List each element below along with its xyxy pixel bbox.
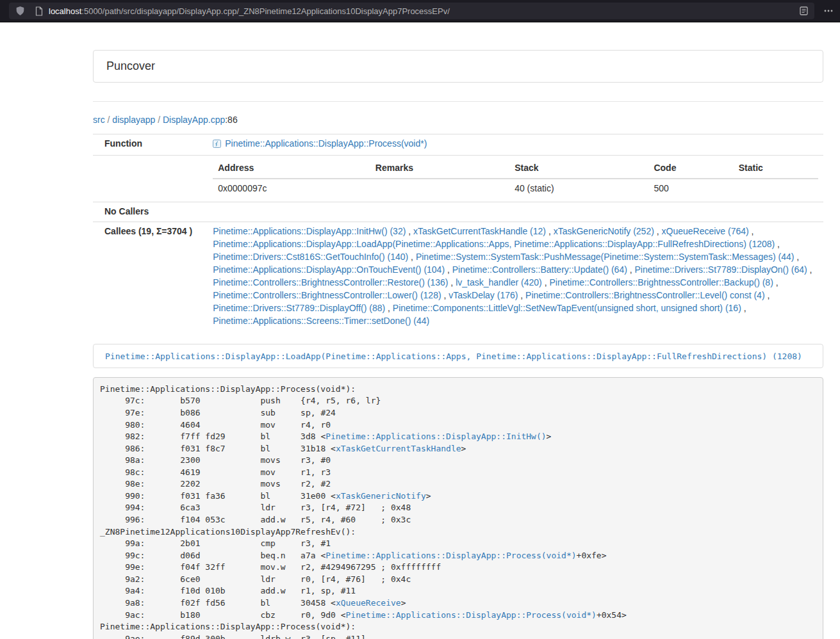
callee-link[interactable]: Pinetime::Applications::DisplayApp::Init… xyxy=(213,226,406,236)
address-value: 0x0000097c xyxy=(213,179,370,198)
disassembly-symbol-link[interactable]: xTaskGenericNotify xyxy=(336,491,426,501)
breadcrumb-separator: / xyxy=(155,115,163,125)
callee-separator: , xyxy=(807,264,812,275)
callee-link[interactable]: xTaskGenericNotify (252) xyxy=(554,226,654,236)
function-icon xyxy=(213,139,221,152)
empty-cell xyxy=(208,202,823,222)
callee-link[interactable]: xTaskGetCurrentTaskHandle (12) xyxy=(413,226,546,236)
callee-link[interactable]: Pinetime::Drivers::St7789::DisplayOff() … xyxy=(213,303,385,313)
callee-link[interactable]: Pinetime::System::SystemTask::PushMessag… xyxy=(416,252,795,262)
callee-link[interactable]: Pinetime::Controllers::BrightnessControl… xyxy=(549,277,773,287)
column-header-address: Address xyxy=(213,159,370,179)
callee-separator: , xyxy=(654,226,662,236)
code-value: 500 xyxy=(648,179,733,198)
callees-cell: Pinetime::Applications::DisplayApp::Init… xyxy=(208,222,823,330)
callee-separator: , xyxy=(775,239,780,249)
callee-link[interactable]: xQueueReceive (764) xyxy=(662,226,749,236)
disassembly-symbol-link[interactable]: xQueueReceive xyxy=(336,598,401,608)
callee-separator: , xyxy=(773,277,778,287)
stats-table: Address Remarks Stack Code Static 0x0000… xyxy=(213,159,818,198)
url-text: localhost:5000/path/src/displayapp/Displ… xyxy=(49,6,800,16)
callee-separator: , xyxy=(445,264,452,275)
column-header-static: Static xyxy=(734,159,818,179)
function-name-link[interactable]: Pinetime::Applications::DisplayApp::Proc… xyxy=(225,138,427,149)
stats-row: Address Remarks Stack Code Static 0x0000… xyxy=(93,155,823,202)
callee-link[interactable]: Pinetime::Controllers::BrightnessControl… xyxy=(213,290,441,300)
callee-link[interactable]: Pinetime::Controllers::BrightnessControl… xyxy=(525,290,764,300)
function-name-cell: Pinetime::Applications::DisplayApp::Proc… xyxy=(208,134,823,156)
overflow-menu-icon[interactable] xyxy=(823,6,834,16)
breadcrumb: src / displayapp / DisplayApp.cpp:86 xyxy=(93,113,823,126)
column-header-code: Code xyxy=(648,159,733,179)
empty-cell xyxy=(93,155,208,202)
callee-link[interactable]: Pinetime::Applications::Screens::Timer::… xyxy=(213,316,429,326)
callee-link[interactable]: lv_task_handler (420) xyxy=(456,277,542,287)
highlighted-callee-box: Pinetime::Applications::DisplayApp::Load… xyxy=(93,344,823,368)
callee-separator: , xyxy=(741,303,746,313)
callee-link[interactable]: vTaskDelay (176) xyxy=(449,290,518,300)
disassembly-symbol-link[interactable]: xTaskGetCurrentTaskHandle xyxy=(336,444,461,453)
breadcrumb-link[interactable]: src xyxy=(93,115,105,125)
disassembly-symbol-link[interactable]: Pinetime::Applications::DisplayApp::Proc… xyxy=(346,610,597,620)
callee-separator: , xyxy=(406,226,413,236)
breadcrumb-link[interactable]: displayapp xyxy=(112,115,155,125)
url-host: localhost xyxy=(49,6,81,16)
app-title: Puncover xyxy=(106,60,155,72)
column-header-remarks: Remarks xyxy=(370,159,509,179)
callees-row: Callees (19, Σ=3704 ) Pinetime::Applicat… xyxy=(93,222,823,330)
breadcrumb-line-number: :86 xyxy=(225,115,237,125)
callee-link[interactable]: Pinetime::Controllers::Battery::Update()… xyxy=(452,264,627,275)
browser-toolbar: localhost:5000/path/src/displayapp/Displ… xyxy=(0,0,840,22)
disassembly-symbol-link[interactable]: Pinetime::Applications::DisplayApp::Init… xyxy=(325,432,546,441)
highlighted-callee-link[interactable]: Pinetime::Applications::DisplayApp::Load… xyxy=(105,352,802,361)
callee-link[interactable]: Pinetime::Controllers::BrightnessControl… xyxy=(213,277,448,287)
callee-separator: , xyxy=(765,290,770,300)
stats-header-row: Address Remarks Stack Code Static xyxy=(213,159,818,179)
page-info-icon[interactable] xyxy=(35,6,43,16)
shield-icon[interactable] xyxy=(15,6,25,16)
main-content: Puncover src / displayapp / DisplayApp.c… xyxy=(93,22,823,639)
stack-value: 40 (static) xyxy=(509,179,648,198)
url-bar[interactable]: localhost:5000/path/src/displayapp/Displ… xyxy=(9,3,814,19)
callee-link[interactable]: Pinetime::Drivers::St7789::DisplayOn() (… xyxy=(635,264,807,275)
callee-separator: , xyxy=(542,277,550,287)
callee-separator: , xyxy=(546,226,554,236)
static-value xyxy=(734,179,818,198)
callee-separator: , xyxy=(448,277,456,287)
disassembly-symbol-link[interactable]: Pinetime::Applications::DisplayApp::Proc… xyxy=(325,551,576,560)
callee-separator: , xyxy=(441,290,449,300)
column-header-stack: Stack xyxy=(509,159,648,179)
function-table: Function Pinetime::Applications::Display… xyxy=(93,134,823,331)
reader-view-icon[interactable] xyxy=(800,6,808,15)
no-callers-row: No Callers xyxy=(93,202,823,222)
disassembly-pre: Pinetime::Applications::DisplayApp::Proc… xyxy=(93,377,823,639)
callee-separator: , xyxy=(408,252,416,262)
callee-link[interactable]: Pinetime::Drivers::Cst816S::GetTouchInfo… xyxy=(213,252,408,262)
callee-link[interactable]: Pinetime::Applications::DisplayApp::OnTo… xyxy=(213,264,445,275)
callee-separator: , xyxy=(518,290,525,300)
stats-value-row: 0x0000097c 40 (static) 500 xyxy=(213,179,818,198)
function-row: Function Pinetime::Applications::Display… xyxy=(93,134,823,156)
breadcrumb-separator: / xyxy=(105,115,113,125)
stats-cell: Address Remarks Stack Code Static 0x0000… xyxy=(208,155,823,202)
app-header-panel: Puncover xyxy=(93,50,823,83)
callee-separator: , xyxy=(794,252,799,262)
remarks-value xyxy=(370,179,509,198)
callee-separator: , xyxy=(627,264,635,275)
callees-label: Callees (19, Σ=3704 ) xyxy=(93,222,208,330)
callee-separator: , xyxy=(749,226,754,236)
callee-link[interactable]: Pinetime::Components::LittleVgl::SetNewT… xyxy=(393,303,741,313)
callee-link[interactable]: Pinetime::Applications::DisplayApp::Load… xyxy=(213,239,775,249)
breadcrumb-link[interactable]: DisplayApp.cpp xyxy=(163,115,225,125)
url-path: :5000/path/src/displayapp/DisplayApp.cpp… xyxy=(81,6,450,16)
divider xyxy=(93,101,823,102)
function-row-label: Function xyxy=(93,134,208,156)
callee-separator: , xyxy=(385,303,393,313)
no-callers-label: No Callers xyxy=(93,202,208,222)
